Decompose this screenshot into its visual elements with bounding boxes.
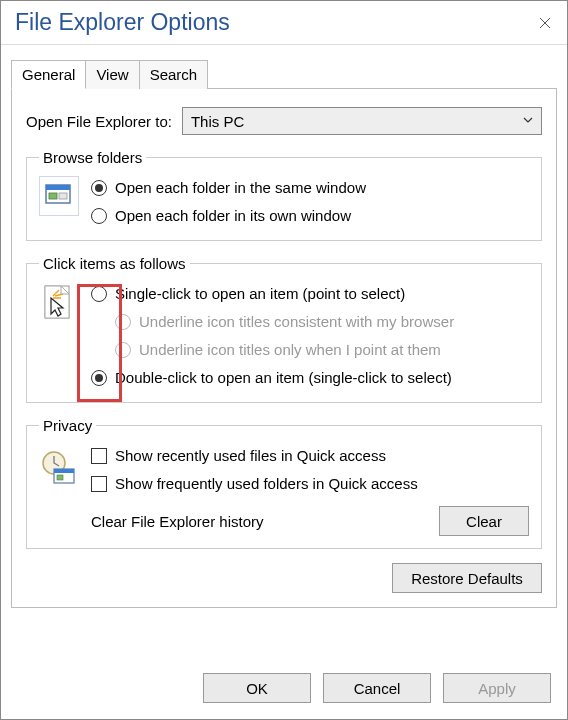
svg-rect-8 xyxy=(57,475,63,480)
clear-history-label: Clear File Explorer history xyxy=(91,513,264,530)
checkbox-recent-files[interactable] xyxy=(91,448,107,464)
close-icon xyxy=(539,17,551,29)
radio-underline-browser xyxy=(115,314,131,330)
radio-single-click-label: Single-click to open an item (point to s… xyxy=(115,282,405,306)
radio-double-click[interactable] xyxy=(91,370,107,386)
radio-single-click[interactable] xyxy=(91,286,107,302)
svg-rect-1 xyxy=(46,185,70,190)
tab-bar: General View Search xyxy=(11,59,557,89)
privacy-legend: Privacy xyxy=(39,417,96,434)
radio-underline-browser-label: Underline icon titles consistent with my… xyxy=(139,310,454,334)
open-to-value: This PC xyxy=(191,113,244,130)
click-items-group: Click items as follows Single-click to o… xyxy=(26,255,542,403)
open-to-select[interactable]: This PC xyxy=(182,107,542,135)
open-to-label: Open File Explorer to: xyxy=(26,113,172,130)
checkbox-frequent-folders[interactable] xyxy=(91,476,107,492)
radio-underline-point xyxy=(115,342,131,358)
svg-rect-7 xyxy=(54,469,74,473)
radio-own-window-label: Open each folder in its own window xyxy=(115,204,351,228)
privacy-group: Privacy Show recently used files in Quic… xyxy=(26,417,542,549)
cancel-button[interactable]: Cancel xyxy=(323,673,431,703)
radio-same-window[interactable] xyxy=(91,180,107,196)
radio-double-click-label: Double-click to open an item (single-cli… xyxy=(115,366,452,390)
tab-view[interactable]: View xyxy=(85,60,139,89)
window-title: File Explorer Options xyxy=(15,9,230,36)
browse-folders-group: Browse folders Open each folder in the s… xyxy=(26,149,542,241)
svg-rect-3 xyxy=(59,193,67,199)
radio-own-window[interactable] xyxy=(91,208,107,224)
tab-general[interactable]: General xyxy=(11,60,86,89)
browse-folders-legend: Browse folders xyxy=(39,149,146,166)
general-panel: Open File Explorer to: This PC Browse fo… xyxy=(11,89,557,608)
radio-underline-point-label: Underline icon titles only when I point … xyxy=(139,338,441,362)
tab-search[interactable]: Search xyxy=(139,60,209,89)
restore-defaults-button[interactable]: Restore Defaults xyxy=(392,563,542,593)
ok-button[interactable]: OK xyxy=(203,673,311,703)
clock-folder-icon xyxy=(39,444,79,492)
click-items-legend: Click items as follows xyxy=(39,255,190,272)
apply-button[interactable]: Apply xyxy=(443,673,551,703)
checkbox-frequent-folders-label: Show frequently used folders in Quick ac… xyxy=(115,472,418,496)
radio-same-window-label: Open each folder in the same window xyxy=(115,176,366,200)
svg-rect-2 xyxy=(49,193,57,199)
folder-windows-icon xyxy=(39,176,79,216)
checkbox-recent-files-label: Show recently used files in Quick access xyxy=(115,444,386,468)
page-cursor-icon xyxy=(39,282,79,330)
clear-button[interactable]: Clear xyxy=(439,506,529,536)
close-button[interactable] xyxy=(525,8,565,38)
